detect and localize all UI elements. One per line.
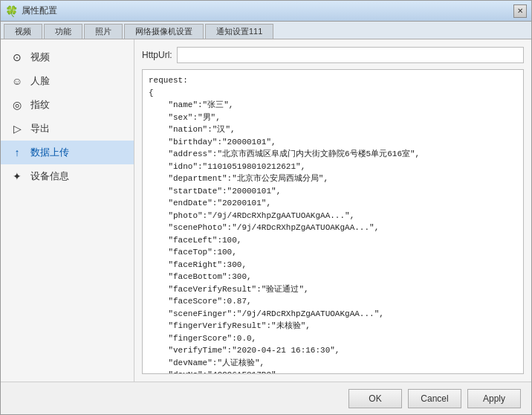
window-controls: ✕ <box>513 4 527 18</box>
content-area: HttpUrl: request: { "name":"张三", "sex":"… <box>134 39 531 382</box>
json-scroll-area[interactable]: request: { "name":"张三", "sex":"男", "nati… <box>143 70 523 373</box>
sidebar-label-face: 人脸 <box>30 74 50 88</box>
footer: OK Cancel Apply <box>1 382 531 414</box>
upload-icon: ↑ <box>10 145 25 160</box>
sidebar-label-export: 导出 <box>30 122 50 135</box>
title-bar: 🍀 属性配置 ✕ <box>1 1 531 22</box>
app-icon: 🍀 <box>5 5 17 17</box>
url-label: HttpUrl: <box>142 50 172 60</box>
tab-bar: 视频 功能 照片 网络摄像机设置 通知设置111 <box>1 22 531 39</box>
sidebar-item-face[interactable]: ☺ 人脸 <box>1 69 134 93</box>
sidebar-item-video[interactable]: ⊙ 视频 <box>1 45 134 69</box>
window-title: 属性配置 <box>22 4 513 17</box>
sidebar-label-video: 视频 <box>30 51 50 64</box>
sidebar-item-upload[interactable]: ↑ 数据上传 <box>1 141 134 164</box>
ok-button[interactable]: OK <box>348 389 402 408</box>
close-button[interactable]: ✕ <box>513 4 527 18</box>
fingerprint-icon: ◎ <box>10 97 25 112</box>
sidebar-label-fingerprint: 指纹 <box>30 98 50 112</box>
tab-3[interactable]: 网络摄像机设置 <box>124 24 204 39</box>
sidebar-item-device-info[interactable]: ✦ 设备信息 <box>1 164 134 188</box>
device-info-icon: ✦ <box>10 169 25 184</box>
sidebar-label-upload: 数据上传 <box>30 146 69 159</box>
tab-2[interactable]: 照片 <box>84 24 123 39</box>
tab-4[interactable]: 通知设置111 <box>205 24 273 39</box>
cancel-button[interactable]: Cancel <box>408 389 461 408</box>
face-icon: ☺ <box>10 74 25 89</box>
sidebar-item-fingerprint[interactable]: ◎ 指纹 <box>1 93 134 117</box>
main-content: ⊙ 视频 ☺ 人脸 ◎ 指纹 ▷ 导出 ↑ 数据上传 ✦ 设备信息 <box>1 39 531 382</box>
sidebar: ⊙ 视频 ☺ 人脸 ◎ 指纹 ▷ 导出 ↑ 数据上传 ✦ 设备信息 <box>1 39 134 382</box>
tab-0[interactable]: 视频 <box>4 24 42 39</box>
sidebar-item-export[interactable]: ▷ 导出 <box>1 117 134 141</box>
json-panel: request: { "name":"张三", "sex":"男", "nati… <box>142 69 524 374</box>
video-icon: ⊙ <box>10 50 25 65</box>
apply-button[interactable]: Apply <box>467 389 521 408</box>
json-content: request: { "name":"张三", "sex":"男", "nati… <box>149 74 517 373</box>
url-input[interactable] <box>177 47 524 63</box>
main-window: 🍀 属性配置 ✕ 视频 功能 照片 网络摄像机设置 通知设置111 ⊙ 视频 ☺… <box>0 0 532 415</box>
url-bar: HttpUrl: <box>142 47 524 63</box>
sidebar-label-device-info: 设备信息 <box>30 170 69 183</box>
export-icon: ▷ <box>10 121 25 136</box>
tab-1[interactable]: 功能 <box>44 24 82 39</box>
